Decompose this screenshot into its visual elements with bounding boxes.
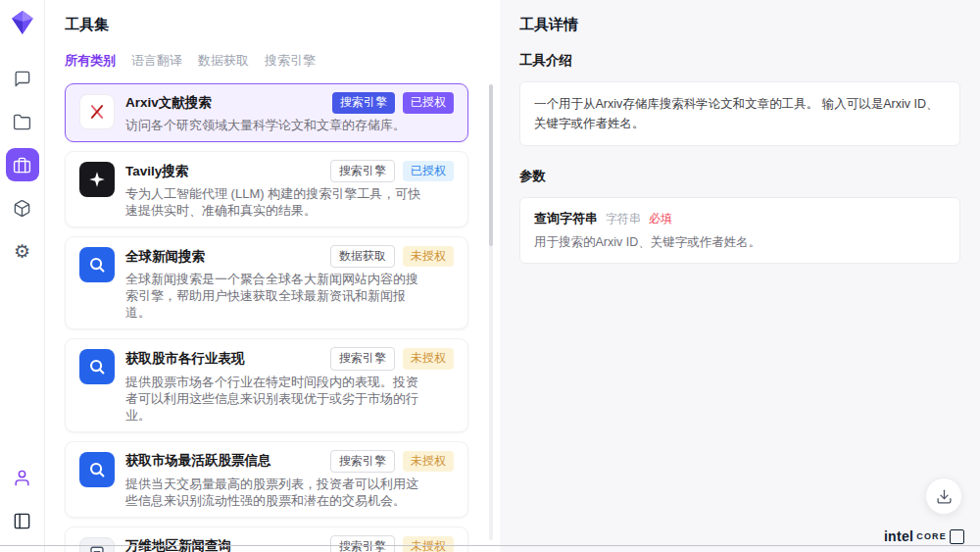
download-icon	[936, 488, 953, 505]
category-badge: 数据获取	[330, 245, 395, 268]
tool-description: 全球新闻搜索是一个聚合全球各大新闻网站内容的搜索引擎，帮助用户快速获取全球最新资…	[125, 271, 424, 321]
stock-search-icon	[79, 452, 115, 487]
core-wordmark: CORE	[916, 531, 947, 541]
intro-heading: 工具介绍	[519, 52, 960, 70]
sidebar-item-user[interactable]	[6, 461, 39, 494]
sidebar-item-packages[interactable]	[6, 191, 39, 225]
tool-card-regional-news[interactable]: 万维地区新闻查询 搜索引擎 未授权 查询具体行政区划内的新闻，快速了解各地新闻动	[65, 527, 468, 552]
param-description: 用于搜索的Arxiv ID、关键字或作者姓名。	[534, 234, 946, 251]
stock-search-icon	[79, 349, 115, 384]
tool-description: 专为人工智能代理 (LLM) 构建的搜索引擎工具，可快速提供实时、准确和真实的结…	[125, 185, 424, 219]
tab-translation[interactable]: 语言翻译	[131, 52, 182, 70]
param-required-badge: 必填	[649, 211, 672, 227]
gear-icon: ⚙	[14, 242, 30, 261]
category-badge: 搜索引擎	[330, 160, 395, 182]
app-window: ⚙ 工具集 所有类别 语言翻译 数据获取 搜索引擎	[0, 0, 980, 552]
tool-intro-card: 一个用于从Arxiv存储库搜索科学论文和文章的工具。 输入可以是Arxiv ID…	[519, 81, 960, 146]
tool-list-panel: 工具集 所有类别 语言翻译 数据获取 搜索引擎 Arxiv文献搜索	[45, 0, 500, 552]
tool-card-body: 获取股市各行业表现 搜索引擎 未授权 提供股票市场各个行业在特定时间段内的表现。…	[125, 347, 454, 423]
auth-badge: 未授权	[403, 246, 454, 267]
tool-card-body: 全球新闻搜索 数据获取 未授权 全球新闻搜索是一个聚合全球各大新闻网站内容的搜索…	[125, 245, 454, 321]
folder-icon	[13, 113, 31, 131]
auth-badge: 已授权	[403, 92, 454, 113]
sidebar: ⚙	[0, 0, 45, 552]
tab-search-engine[interactable]: 搜索引擎	[265, 52, 316, 70]
intel-chip-badge	[950, 529, 964, 544]
category-badge: 搜索引擎	[330, 450, 395, 473]
list-scrollbar	[489, 84, 493, 540]
tool-card-arxiv[interactable]: Arxiv文献搜索 搜索引擎 已授权 访问各个研究领域大量科学论文和文章的存储库…	[65, 83, 468, 142]
user-icon	[13, 469, 31, 487]
tool-card-active-stocks[interactable]: 获取市场最活跃股票信息 搜索引擎 未授权 提供当天交易量最高的股票列表，投资者可…	[65, 441, 468, 518]
tavily-star-icon	[79, 162, 115, 197]
tool-title: Tavily搜索	[125, 163, 322, 180]
tool-description: 提供股票市场各个行业在特定时间段内的表现。投资者可以利用这些信息来识别表现优于或…	[125, 374, 424, 424]
tool-card-list: Arxiv文献搜索 搜索引擎 已授权 访问各个研究领域大量科学论文和文章的存储库…	[65, 83, 500, 552]
sidebar-item-chat[interactable]	[6, 62, 39, 95]
auth-badge: 已授权	[403, 161, 454, 181]
param-name: 查询字符串	[534, 210, 598, 227]
category-tabs: 所有类别 语言翻译 数据获取 搜索引擎	[65, 52, 500, 70]
sidebar-item-tools[interactable]	[6, 148, 39, 181]
auth-badge: 未授权	[403, 451, 454, 472]
tab-data-fetch[interactable]: 数据获取	[198, 52, 249, 70]
sidebar-item-files[interactable]	[6, 105, 39, 138]
detail-title: 工具详情	[519, 16, 960, 34]
tool-description: 访问各个研究领域大量科学论文和文章的存储库。	[125, 117, 424, 133]
category-badge: 搜索引擎	[332, 92, 395, 113]
page-title: 工具集	[65, 16, 500, 34]
tool-card-tavily[interactable]: Tavily搜索 搜索引擎 已授权 专为人工智能代理 (LLM) 构建的搜索引擎…	[65, 151, 468, 227]
chat-icon	[13, 70, 31, 88]
auth-badge: 未授权	[403, 348, 454, 369]
tool-title: 获取市场最活跃股票信息	[125, 452, 322, 470]
sidebar-bottom	[6, 456, 39, 542]
tool-title: 全球新闻搜索	[125, 248, 322, 266]
briefcase-icon	[13, 156, 31, 175]
window-bottom-edge	[0, 545, 980, 546]
package-icon	[13, 199, 31, 218]
tool-description: 提供当天交易量最高的股票列表，投资者可以利用这些信息来识别流动性强的股票和潜在的…	[125, 476, 424, 509]
sidebar-item-settings[interactable]: ⚙	[6, 234, 39, 268]
news-search-icon	[79, 247, 115, 282]
params-heading: 参数	[519, 168, 960, 185]
download-button[interactable]	[925, 477, 962, 515]
category-badge: 搜索引擎	[330, 347, 395, 370]
tool-card-body: 万维地区新闻查询 搜索引擎 未授权 查询具体行政区划内的新闻，快速了解各地新闻动	[125, 535, 454, 552]
arxiv-icon	[79, 94, 115, 129]
category-badge: 搜索引擎	[330, 535, 395, 552]
list-scrollbar-thumb[interactable]	[489, 84, 493, 246]
sidebar-item-collapse[interactable]	[6, 504, 39, 537]
tool-title: 获取股市各行业表现	[125, 350, 322, 368]
tool-card-body: Arxiv文献搜索 搜索引擎 已授权 访问各个研究领域大量科学论文和文章的存储库…	[125, 92, 454, 133]
intel-core-logo: intel CORE	[884, 528, 964, 544]
tool-card-body: 获取市场最活跃股票信息 搜索引擎 未授权 提供当天交易量最高的股票列表，投资者可…	[125, 450, 454, 509]
param-type: 字符串	[606, 211, 641, 227]
tool-detail-panel: 工具详情 工具介绍 一个用于从Arxiv存储库搜索科学论文和文章的工具。 输入可…	[500, 0, 980, 552]
tab-all-categories[interactable]: 所有类别	[65, 52, 116, 70]
tool-card-stock-sectors[interactable]: 获取股市各行业表现 搜索引擎 未授权 提供股票市场各个行业在特定时间段内的表现。…	[65, 338, 468, 431]
param-card: 查询字符串 字符串 必填 用于搜索的Arxiv ID、关键字或作者姓名。	[519, 197, 960, 264]
panel-toggle-icon	[13, 512, 31, 530]
app-logo	[10, 10, 35, 35]
auth-badge: 未授权	[403, 536, 454, 552]
tool-card-body: Tavily搜索 搜索引擎 已授权 专为人工智能代理 (LLM) 构建的搜索引擎…	[125, 160, 454, 219]
tool-title: Arxiv文献搜索	[125, 94, 324, 112]
intel-wordmark: intel	[884, 528, 913, 544]
tool-card-global-news[interactable]: 全球新闻搜索 数据获取 未授权 全球新闻搜索是一个聚合全球各大新闻网站内容的搜索…	[65, 236, 468, 329]
